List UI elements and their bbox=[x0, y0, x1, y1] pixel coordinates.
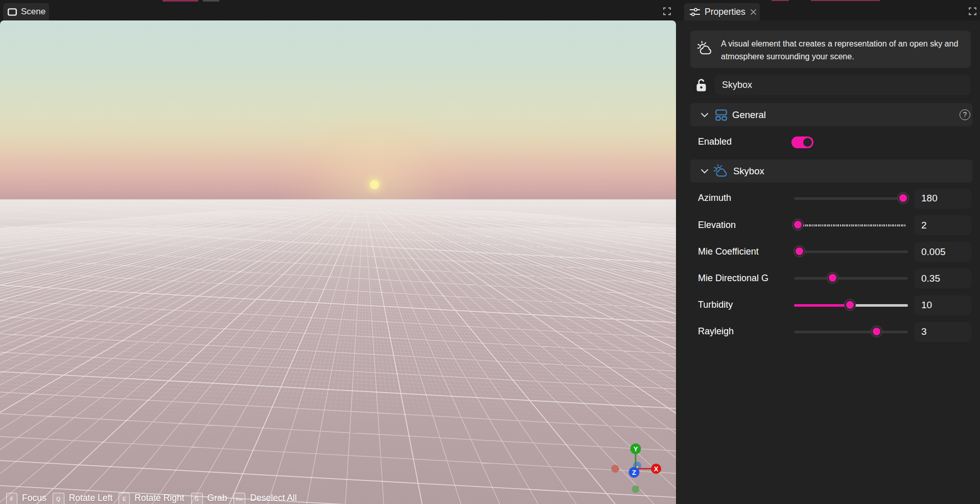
svg-text:X: X bbox=[654, 465, 659, 473]
svg-text:Y: Y bbox=[634, 445, 638, 453]
svg-text:Z: Z bbox=[632, 469, 636, 476]
